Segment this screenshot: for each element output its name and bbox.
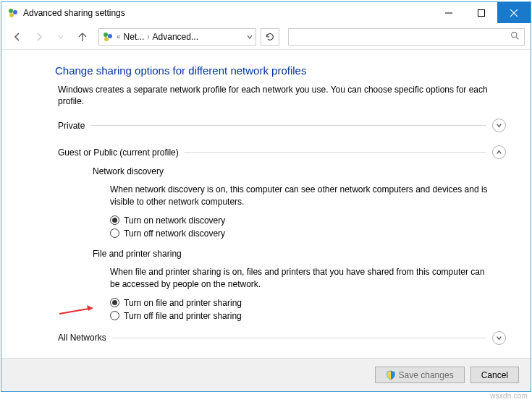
navbar: « Net... › Advanced... (1, 24, 531, 50)
minimize-button[interactable] (432, 2, 465, 23)
button-label: Cancel (481, 370, 508, 380)
group-description: When network discovery is on, this compu… (110, 184, 491, 208)
expand-button[interactable] (492, 331, 506, 345)
back-button[interactable] (7, 28, 28, 46)
button-label: Save changes (399, 370, 454, 380)
breadcrumb-part[interactable]: Net... (124, 32, 145, 42)
window-title: Advanced sharing settings (23, 8, 432, 18)
svg-point-7 (104, 33, 108, 37)
cancel-button[interactable]: Cancel (470, 367, 519, 383)
search-icon (510, 31, 520, 43)
radio-icon (110, 298, 119, 307)
app-icon (7, 7, 19, 19)
radio-icon (110, 311, 119, 320)
radio-fps-off[interactable]: Turn off file and printer sharing (110, 311, 491, 321)
window-controls (432, 2, 531, 24)
divider (90, 125, 486, 126)
section-all-networks[interactable]: All Networks (58, 331, 506, 345)
breadcrumb-part[interactable]: Advanced... (153, 32, 198, 42)
svg-point-10 (512, 32, 517, 37)
section-label: All Networks (58, 333, 112, 343)
divider (112, 338, 486, 338)
titlebar: Advanced sharing settings (1, 2, 531, 24)
radio-label: Turn off network discovery (124, 228, 225, 239)
divider (185, 152, 486, 153)
svg-point-9 (104, 37, 109, 41)
watermark: wsxdn.com (490, 392, 528, 400)
close-button[interactable] (497, 2, 531, 23)
maximize-button[interactable] (465, 2, 497, 23)
file-printer-sharing-group: File and printer sharing When file and p… (58, 249, 506, 321)
group-title: File and printer sharing (93, 249, 491, 259)
radio-label: Turn on file and printer sharing (124, 298, 242, 308)
save-changes-button[interactable]: Save changes (375, 367, 465, 383)
chevron-right-icon: › (147, 33, 149, 40)
collapse-button[interactable] (492, 145, 506, 159)
radio-nd-on[interactable]: Turn on network discovery (110, 215, 491, 226)
section-label: Private (58, 121, 90, 131)
recent-dropdown[interactable] (51, 28, 71, 46)
page-description: Windows creates a separate network profi… (58, 84, 506, 107)
svg-point-0 (9, 9, 13, 13)
radio-label: Turn off file and printer sharing (124, 311, 242, 321)
refresh-icon (265, 32, 275, 42)
network-discovery-group: Network discovery When network discovery… (58, 166, 506, 239)
breadcrumb-dropdown[interactable] (242, 29, 256, 45)
svg-point-2 (9, 13, 14, 17)
section-label: Guest or Public (current profile) (58, 147, 185, 158)
radio-label: Turn on network discovery (124, 215, 225, 226)
svg-line-11 (516, 37, 518, 39)
svg-point-8 (108, 34, 112, 38)
chevron-left-icon: « (117, 33, 121, 40)
svg-point-1 (13, 10, 17, 14)
forward-button[interactable] (29, 28, 49, 46)
refresh-button[interactable] (261, 28, 279, 46)
page-title: Change sharing options for different net… (55, 64, 506, 77)
radio-icon (110, 228, 119, 238)
group-title: Network discovery (93, 166, 491, 176)
section-guest-public[interactable]: Guest or Public (current profile) (58, 145, 506, 159)
footer: Save changes Cancel (1, 358, 531, 391)
radio-fps-on[interactable]: Turn on file and printer sharing (110, 298, 491, 308)
svg-rect-4 (478, 9, 484, 16)
window-frame: Advanced sharing settings « Net... › Adv… (1, 1, 531, 392)
search-input[interactable] (288, 28, 525, 46)
expand-button[interactable] (492, 119, 506, 132)
radio-icon (110, 215, 119, 225)
group-description: When file and printer sharing is on, fil… (110, 266, 491, 291)
up-button[interactable] (72, 28, 93, 46)
content-area: Change sharing options for different net… (1, 50, 531, 358)
section-private[interactable]: Private (58, 119, 506, 132)
network-icon (102, 31, 114, 43)
breadcrumb[interactable]: « Net... › Advanced... (98, 28, 256, 46)
shield-icon (386, 370, 396, 380)
radio-nd-off[interactable]: Turn off network discovery (110, 228, 491, 239)
